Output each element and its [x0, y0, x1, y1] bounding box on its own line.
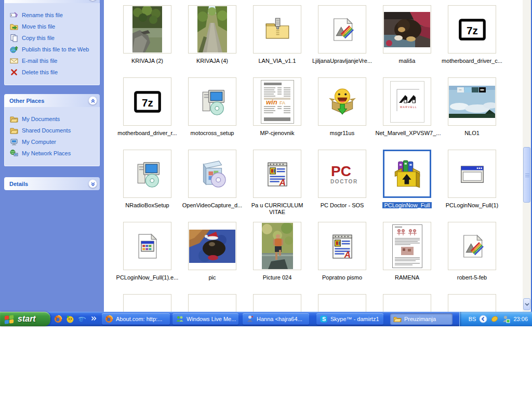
start-button[interactable]: start: [0, 312, 50, 326]
software-box-thumbnail: [188, 150, 236, 198]
photo-thumbnail: [253, 222, 301, 270]
file-item[interactable]: LjiljanaUpravljanjeVre...: [310, 5, 375, 77]
internet-explorer-icon[interactable]: e: [78, 315, 86, 323]
other-places-header[interactable]: Other Places: [4, 94, 100, 107]
file-item[interactable]: Pa u CURRICULUM VITAE: [245, 150, 310, 222]
firefox-icon[interactable]: [54, 315, 62, 323]
card-preview-thumbnail: [123, 294, 171, 312]
file-item[interactable]: msgr11us: [310, 77, 375, 150]
vertical-scrollbar[interactable]: [523, 0, 531, 312]
file-item[interactable]: mališa: [375, 5, 440, 77]
svg-text:MARVELL: MARVELL: [400, 105, 417, 109]
file-item[interactable]: [245, 294, 310, 312]
clock[interactable]: 23:06: [513, 316, 528, 322]
task-label: Move this file: [22, 23, 55, 30]
file-item[interactable]: pic: [180, 222, 245, 294]
emule-icon[interactable]: [66, 315, 74, 323]
my-network-places-icon: [10, 149, 18, 157]
messenger-installer-thumbnail: [318, 77, 366, 126]
overflow-chevron-icon[interactable]: [90, 315, 98, 323]
place-shared-documents[interactable]: Shared Documents: [10, 126, 97, 135]
file-item[interactable]: Popratno pismo: [310, 222, 375, 294]
marvell-doc-preview: MARVELL: [390, 81, 424, 123]
file-label: Popratno pismo: [322, 274, 362, 281]
taskbar-button-hanna-chat[interactable]: Hanna <hajra64...: [243, 313, 309, 325]
file-item[interactable]: RAMENA: [375, 222, 440, 294]
file-item[interactable]: PC DOCTOR PC Doctor - SOS: [310, 150, 375, 222]
sky-collage-photo: [449, 86, 495, 118]
place-my-network-places[interactable]: My Network Places: [10, 149, 97, 157]
file-item[interactable]: motherboard_driver_r...: [115, 77, 180, 150]
document-preview-thumbnail: win FA: [253, 77, 301, 126]
collapse-chevron-icon[interactable]: [88, 96, 97, 105]
copy-icon: [10, 34, 18, 42]
details-header[interactable]: Details: [4, 177, 100, 190]
file-item[interactable]: [375, 294, 440, 312]
skype-tray-icon[interactable]: [490, 315, 499, 323]
collapse-chevron-icon[interactable]: [88, 0, 97, 1]
expand-chevron-icon[interactable]: [88, 179, 97, 188]
file-label: LjiljanaUpravljanjeVre...: [312, 58, 372, 64]
file-item[interactable]: [310, 294, 375, 312]
place-label: My Network Places: [22, 150, 71, 156]
email-icon: [10, 57, 18, 65]
quick-launch-bar: e: [54, 312, 98, 326]
task-label: Publish this file to the Web: [22, 46, 89, 52]
file-item[interactable]: [180, 294, 245, 312]
chevron-down-icon: [525, 303, 529, 306]
hide-icons-chevron-icon[interactable]: [479, 315, 487, 323]
taskbar-button-messenger[interactable]: Windows Live Me...: [172, 313, 238, 325]
file-label: msgr11us: [330, 130, 354, 136]
photo-thumbnail: [188, 5, 236, 54]
language-indicator[interactable]: BS: [469, 316, 476, 322]
svg-text:DOCTOR: DOCTOR: [330, 179, 358, 184]
file-item[interactable]: motocross_setup: [180, 77, 245, 150]
shared-documents-icon: [10, 126, 18, 135]
contact-icon: [246, 315, 254, 323]
task-move-file[interactable]: Move this file: [10, 22, 97, 31]
messenger-status-icon[interactable]: [502, 315, 510, 323]
file-item[interactable]: motherboard_driver_c...: [440, 5, 504, 77]
taskbar-button-firefox[interactable]: About.com: http:...: [102, 313, 170, 325]
wordpad-document-icon: [262, 159, 292, 189]
place-my-computer[interactable]: My Computer: [10, 138, 97, 146]
scroll-down-button[interactable]: [523, 298, 530, 310]
photo-thumbnail: [448, 77, 496, 126]
file-label: Picture 024: [263, 274, 292, 281]
file-item[interactable]: PCLoginNow_Full(1): [440, 150, 504, 222]
place-my-documents[interactable]: My Documents: [10, 115, 97, 123]
scrollbar-thumb[interactable]: [523, 147, 530, 203]
file-item[interactable]: LAN_VIA_v1.1: [245, 5, 310, 77]
file-item[interactable]: win FA MP-cjenovnik: [245, 77, 310, 150]
taskbar-button-preuzimanja[interactable]: Preuzimanja: [390, 313, 453, 325]
other-places-panel: Other Places My Documents Shared Documen: [4, 94, 100, 166]
file-label: KRIVAJA (4): [196, 58, 228, 64]
task-publish-file[interactable]: Publish this file to the Web: [10, 45, 97, 54]
document-preview-thumbnail: MARVELL: [383, 77, 431, 126]
file-item[interactable]: robert-5-feb: [440, 222, 504, 294]
file-label: motherboard_driver_c...: [442, 58, 502, 64]
file-item[interactable]: Picture 024: [245, 222, 310, 294]
task-email-file[interactable]: E-mail this file: [10, 57, 97, 65]
zip-folder-icon: [262, 15, 292, 45]
file-item[interactable]: KRIVAJA (4): [180, 5, 245, 77]
file-item[interactable]: OpenVideoCapture_d...: [180, 150, 245, 222]
svg-text:S: S: [322, 316, 326, 322]
wordpad-thumbnail: [318, 222, 366, 270]
file-label: mališa: [399, 58, 416, 64]
file-item[interactable]: [115, 294, 180, 312]
file-item-selected[interactable]: PCLoginNow_Full: [375, 150, 440, 222]
skype-icon: S: [320, 315, 328, 323]
task-copy-file[interactable]: Copy this file: [10, 34, 97, 42]
task-delete-file[interactable]: Delete this file: [10, 68, 97, 76]
delete-icon: [10, 68, 18, 76]
file-item[interactable]: NRadioBoxSetup: [115, 150, 180, 222]
file-item[interactable]: [440, 294, 504, 312]
file-item[interactable]: KRIVAJA (2): [115, 5, 180, 77]
file-item[interactable]: MARVELL Net_Marvell_XPVSW7_...: [375, 77, 440, 150]
task-rename-file[interactable]: Rename this file: [10, 11, 97, 19]
taskbar-button-skype[interactable]: S Skype™ - damirtz1: [316, 313, 383, 325]
document-thumbnail: [318, 294, 366, 312]
file-item[interactable]: NLO1: [440, 77, 504, 150]
file-item[interactable]: PCLoginNow_Full(1).e...: [115, 222, 180, 294]
